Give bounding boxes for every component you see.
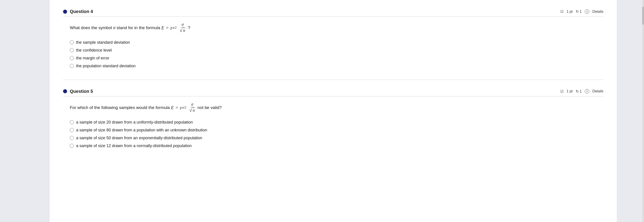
question-5-meta: ☑ 1 pt ↻ 1 i Details xyxy=(560,89,604,93)
formula-sub: α/2 xyxy=(172,25,176,30)
option-q5-opt2-label: a sample of size 80 drawn from a populat… xyxy=(76,128,207,133)
question-5-option-4[interactable]: a sample of size 12 drawn from a normall… xyxy=(70,144,604,148)
option-q4-opt1-label: the sample standard deviation xyxy=(76,40,130,45)
formula-fraction: σ √ n xyxy=(179,22,186,34)
frac-denominator: √ n xyxy=(179,27,186,34)
formula5-dot xyxy=(187,104,188,111)
question-5-pts: 1 pt xyxy=(566,89,573,93)
radio-q5-opt4[interactable] xyxy=(70,144,74,148)
question-5-title-group: Question 5 xyxy=(63,89,93,94)
question-5-options: a sample of size 20 drawn from a uniform… xyxy=(70,120,604,148)
question-5-option-2[interactable]: a sample of size 80 drawn from a populat… xyxy=(70,128,604,133)
radio-q4-opt2[interactable] xyxy=(70,48,74,52)
question-5-text-after: not be valid? xyxy=(198,105,222,110)
question-5-text-before: For which of the following samples would… xyxy=(70,105,171,110)
info-icon-q4[interactable]: i xyxy=(585,9,589,14)
question-4-title-group: Question 4 xyxy=(63,9,93,14)
undo-icon-q4[interactable]: ↻ 1 xyxy=(576,9,582,14)
radio-q5-opt1[interactable] xyxy=(70,120,74,124)
sqrt5-symbol: √ xyxy=(190,107,192,114)
question-4-title: Question 4 xyxy=(70,9,93,14)
formula-E: E xyxy=(161,24,164,31)
question-4-text: What does the symbol σ stand for in the … xyxy=(70,22,604,34)
formula5-fraction: σ √ n xyxy=(189,102,196,114)
main-content: Question 4 ☑ 1 pt ↻ 1 i Details What doe… xyxy=(49,0,617,222)
question-4-formula: E = zα/2 σ √ n xyxy=(161,22,187,34)
radio-q4-opt3[interactable] xyxy=(70,56,74,60)
question-4-options: the sample standard deviation the confid… xyxy=(70,40,604,68)
formula5-E: E xyxy=(171,104,174,111)
details-link-q4[interactable]: Details xyxy=(592,10,604,14)
question-5-formula: E = zα/2 σ √ n xyxy=(171,102,196,114)
question-4-option-4[interactable]: the population standard deviation xyxy=(70,64,604,68)
question-4-text-mid: stand for in the formula xyxy=(115,25,161,30)
formula5-equals: = xyxy=(174,104,180,111)
question-4-option-2[interactable]: the confidence level xyxy=(70,48,604,53)
question-5-option-1[interactable]: a sample of size 20 drawn from a uniform… xyxy=(70,120,604,125)
left-sidebar xyxy=(0,0,49,222)
details-link-q5[interactable]: Details xyxy=(592,89,604,93)
question-4-text-after: ? xyxy=(188,25,190,30)
question-4-text-before: What does the symbol xyxy=(70,25,113,30)
undo-icon-q5[interactable]: ↻ 1 xyxy=(576,89,582,93)
frac5-denominator: √ n xyxy=(189,107,196,114)
right-sidebar xyxy=(617,0,644,222)
sqrt5-container: √ n xyxy=(190,107,195,114)
sqrt5-n: n xyxy=(192,108,195,113)
formula-dot xyxy=(177,24,178,31)
radio-q4-opt1[interactable] xyxy=(70,40,74,44)
question-4-header: Question 4 ☑ 1 pt ↻ 1 i Details xyxy=(63,9,604,16)
formula5-sub: α/2 xyxy=(182,105,186,110)
page-container: Question 4 ☑ 1 pt ↻ 1 i Details What doe… xyxy=(0,0,644,222)
option-q4-opt3-label: the margin of error xyxy=(76,56,109,60)
question-5-option-3[interactable]: a sample of size 50 drawn from an expone… xyxy=(70,136,604,140)
formula5-z-alpha: z xyxy=(180,104,182,111)
question-4-dot xyxy=(63,10,67,14)
section-divider xyxy=(63,80,604,80)
question-4-meta: ☑ 1 pt ↻ 1 i Details xyxy=(560,9,604,14)
info-icon-q5[interactable]: i xyxy=(585,89,589,93)
sqrt-n: n xyxy=(183,28,186,33)
formula-z-alpha: z xyxy=(170,24,172,31)
question-4-option-1[interactable]: the sample standard deviation xyxy=(70,40,604,45)
frac-numerator: σ xyxy=(181,22,184,27)
radio-q5-opt2[interactable] xyxy=(70,128,74,132)
sqrt-container: √ n xyxy=(180,27,186,34)
radio-q5-opt3[interactable] xyxy=(70,136,74,140)
option-q5-opt4-label: a sample of size 12 drawn from a normall… xyxy=(76,144,192,148)
question-4-block: Question 4 ☑ 1 pt ↻ 1 i Details What doe… xyxy=(63,9,604,68)
question-4-body: What does the symbol σ stand for in the … xyxy=(63,22,604,68)
question-4-pts: 1 pt xyxy=(566,10,573,14)
option-q5-opt1-label: a sample of size 20 drawn from a uniform… xyxy=(76,120,193,125)
question-5-title: Question 5 xyxy=(70,89,93,94)
question-5-dot xyxy=(63,89,67,93)
radio-q4-opt4[interactable] xyxy=(70,64,74,68)
checkbox-icon-q4: ☑ xyxy=(560,9,564,14)
formula-equals: = xyxy=(164,24,170,31)
option-q5-opt3-label: a sample of size 50 drawn from an expone… xyxy=(76,136,202,140)
sqrt-symbol: √ xyxy=(180,27,182,34)
option-q4-opt2-label: the confidence level xyxy=(76,48,112,53)
option-q4-opt4-label: the population standard deviation xyxy=(76,64,136,68)
question-5-header: Question 5 ☑ 1 pt ↻ 1 i Details xyxy=(63,89,604,96)
checkbox-icon-q5: ☑ xyxy=(560,89,564,93)
question-5-text: For which of the following samples would… xyxy=(70,102,604,114)
frac5-numerator: σ xyxy=(191,102,194,107)
question-5-block: Question 5 ☑ 1 pt ↻ 1 i Details For whic… xyxy=(63,89,604,148)
question-4-sigma: σ xyxy=(113,25,115,30)
question-4-option-3[interactable]: the margin of error xyxy=(70,56,604,60)
question-5-body: For which of the following samples would… xyxy=(63,102,604,148)
